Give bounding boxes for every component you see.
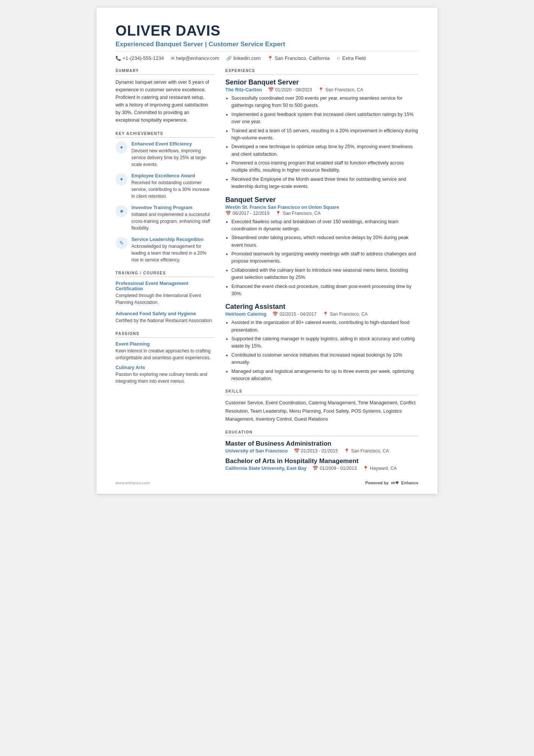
extra-contact: ☆ Extra Field <box>336 55 365 61</box>
achievement-desc-1: Received for outstanding customer servic… <box>131 179 214 200</box>
achievement-title-3: Service Leadership Recognition <box>131 237 214 242</box>
bullet: Received the Employee of the Month award… <box>231 176 418 191</box>
achievements-section-title: KEY ACHIEVEMENTS <box>116 131 214 138</box>
skills-text: Customer Service, Event Coordination, Ca… <box>225 399 418 423</box>
linkedin-contact: 🔗 linkedin.com <box>226 55 261 61</box>
job-location-2: 📍 San Francisco, CA <box>323 311 368 317</box>
job-company-2: Heirloom Catering <box>225 311 266 317</box>
achievement-item: ✦ Employee Excellence Award Received for… <box>116 173 214 200</box>
education-section-title: EDUCATION <box>225 430 418 436</box>
achievement-desc-2: Initiated and implemented a successful c… <box>131 211 214 232</box>
job-date-0: 📅 01/2020 - 08/2023 <box>268 87 312 92</box>
bullet: Pioneered a cross-training program that … <box>231 160 418 174</box>
edu-degree-0: Master of Business Administration <box>225 440 418 448</box>
bullet: Assisted in the organization of 80+ cate… <box>231 319 418 334</box>
job-title-1: Banquet Server <box>225 196 418 204</box>
footer-logo: Powered by ∞♥ Enhancv <box>365 479 418 486</box>
edu-date-0: 📅 01/2013 - 01/2015 <box>294 448 338 454</box>
calendar-icon: 📅 <box>268 87 274 92</box>
edu-school-0: University of San Francisco <box>225 448 288 454</box>
job-title-2: Catering Assistant <box>225 303 418 311</box>
bullet: Successfully coordinated over 200 events… <box>231 95 418 110</box>
passions-section-title: PASSIONS <box>116 332 214 338</box>
edu-meta-1: California State University, East Bay 📅 … <box>225 466 418 471</box>
job-1: Banquet Server Westin St. Francis San Fr… <box>225 196 418 298</box>
job-company-1: Westin St. Francis San Francisco on Unio… <box>225 205 339 210</box>
bullet: Contributed to customer service initiati… <box>231 352 418 366</box>
achievement-item: ✦ Enhanced Event Efficiency Devised new … <box>116 141 214 168</box>
candidate-title: Experienced Banquet Server | Customer Se… <box>116 41 418 48</box>
training-title-0: Professional Event Management Certificat… <box>116 281 214 291</box>
passion-desc-0: Keen interest in creative approaches to … <box>116 347 214 361</box>
linkedin-url: linkedin.com <box>233 55 261 61</box>
footer-website: www.enhancv.com <box>116 481 150 485</box>
achievement-icon-0: ✦ <box>116 141 128 153</box>
bullet: Enhanced the event check-out procedure, … <box>231 283 418 298</box>
edu-meta-0: University of San Francisco 📅 01/2013 - … <box>225 448 418 454</box>
bullet: Promoted teamwork by organizing weekly m… <box>231 250 418 265</box>
training-desc-1: Certified by the National Restaurant Ass… <box>116 317 214 324</box>
achievement-desc-3: Acknowledged by management for leading a… <box>131 243 214 263</box>
location-text: San Francisco, California <box>275 55 329 61</box>
summary-text: Dynamic banquet server with over 5 years… <box>116 78 214 124</box>
achievement-title-0: Enhanced Event Efficiency <box>131 141 214 147</box>
phone-icon: 📞 <box>116 56 121 61</box>
job-date-1: 📅 06/2017 - 12/2019 <box>225 211 269 216</box>
calendar-icon: 📅 <box>312 466 318 471</box>
passion-item-0: Event Planning Keen interest in creative… <box>116 341 214 361</box>
job-bullets-1: Executed flawless setup and breakdown of… <box>225 218 418 298</box>
achievements-list: ✦ Enhanced Event Efficiency Devised new … <box>116 141 214 263</box>
bullet: Trained and led a team of 15 servers, re… <box>231 127 418 142</box>
training-section-title: TRAINING / COURSES <box>116 271 214 277</box>
pin-icon: 📍 <box>323 311 328 317</box>
training-title-1: Advanced Food Safety and Hygiene <box>116 311 214 316</box>
passion-item-1: Culinary Arts Passion for exploring new … <box>116 365 214 385</box>
achievement-icon-1: ✦ <box>116 173 128 185</box>
job-location-0: 📍 San Francisco, CA <box>318 87 363 92</box>
left-column: SUMMARY Dynamic banquet server with over… <box>116 69 214 471</box>
main-body: SUMMARY Dynamic banquet server with over… <box>116 69 418 471</box>
bullet: Managed setup and logistical arrangement… <box>231 368 418 383</box>
achievement-icon-2: ★ <box>116 205 128 217</box>
enhancv-icon: ∞♥ <box>391 479 399 486</box>
contact-row: 📞 +1-(234)-555-1234 ✉ help@enhancv.com 🔗… <box>116 51 418 61</box>
phone-number: +1-(234)-555-1234 <box>123 55 164 61</box>
footer: www.enhancv.com Powered by ∞♥ Enhancv <box>116 479 418 486</box>
email-address: help@enhancv.com <box>176 55 219 61</box>
email-contact: ✉ help@enhancv.com <box>171 55 219 61</box>
edu-degree-1: Bachelor of Arts in Hospitality Manageme… <box>225 457 418 465</box>
pin-icon: 📍 <box>344 448 350 454</box>
summary-section-title: SUMMARY <box>116 69 214 75</box>
linkedin-icon: 🔗 <box>226 56 232 61</box>
calendar-icon: 📅 <box>272 311 278 317</box>
job-2: Catering Assistant Heirloom Catering 📅 0… <box>225 303 418 382</box>
job-location-1: 📍 San Francisco, CA <box>275 211 320 216</box>
pin-icon: 📍 <box>275 211 281 216</box>
training-desc-0: Completed through the International Even… <box>116 292 214 306</box>
right-column: EXPERIENCE Senior Banquet Server The Rit… <box>225 69 418 471</box>
passion-title-0: Event Planning <box>116 341 214 347</box>
job-meta-2: Heirloom Catering 📅 02/2015 - 04/2017 📍 … <box>225 311 418 317</box>
achievement-item: ✎ Service Leadership Recognition Acknowl… <box>116 237 214 263</box>
edu-item-1: Bachelor of Arts in Hospitality Manageme… <box>225 457 418 471</box>
header: OLIVER DAVIS Experienced Banquet Server … <box>116 23 418 61</box>
skills-section-title: SKILLS <box>225 389 418 395</box>
training-item-0: Professional Event Management Certificat… <box>116 281 214 306</box>
bullet: Developed a new technique to optimize se… <box>231 143 418 158</box>
achievement-desc-0: Devised new workflows, improving service… <box>131 147 214 168</box>
job-date-2: 📅 02/2015 - 04/2017 <box>272 311 316 317</box>
job-bullets-0: Successfully coordinated over 200 events… <box>225 95 418 191</box>
job-0: Senior Banquet Server The Ritz-Carlton 📅… <box>225 78 418 191</box>
bullet: Executed flawless setup and breakdown of… <box>231 218 418 233</box>
job-title-0: Senior Banquet Server <box>225 78 418 86</box>
edu-school-1: California State University, East Bay <box>225 466 306 471</box>
bullet: Supported the catering manager in supply… <box>231 335 418 350</box>
job-meta-1: Westin St. Francis San Francisco on Unio… <box>225 205 418 210</box>
passion-desc-1: Passion for exploring new culinary trend… <box>116 371 214 385</box>
achievement-title-1: Employee Excellence Award <box>131 173 214 178</box>
pin-icon: 📍 <box>318 87 324 92</box>
job-bullets-2: Assisted in the organization of 80+ cate… <box>225 319 418 382</box>
edu-location-0: 📍 San Francisco, CA <box>344 448 389 454</box>
passions-list: Event Planning Keen interest in creative… <box>116 341 214 385</box>
passion-title-1: Culinary Arts <box>116 365 214 370</box>
